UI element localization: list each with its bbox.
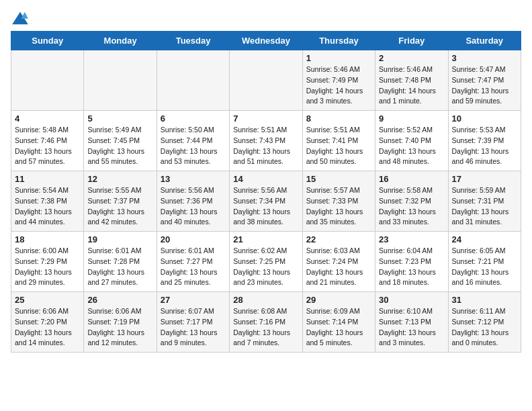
day-cell: 22Sunrise: 6:03 AM Sunset: 7:24 PM Dayli… xyxy=(302,232,375,292)
week-row-2: 4Sunrise: 5:48 AM Sunset: 7:46 PM Daylig… xyxy=(11,111,521,171)
day-cell: 9Sunrise: 5:52 AM Sunset: 7:40 PM Daylig… xyxy=(375,111,448,171)
week-row-1: 1Sunrise: 5:46 AM Sunset: 7:49 PM Daylig… xyxy=(11,50,521,111)
day-info: Sunrise: 6:01 AM Sunset: 7:28 PM Dayligh… xyxy=(87,246,152,288)
day-info: Sunrise: 5:55 AM Sunset: 7:37 PM Dayligh… xyxy=(87,185,152,228)
day-header-wednesday: Wednesday xyxy=(230,32,302,50)
day-info: Sunrise: 5:49 AM Sunset: 7:45 PM Dayligh… xyxy=(87,125,152,167)
day-cell: 18Sunrise: 6:00 AM Sunset: 7:29 PM Dayli… xyxy=(11,232,84,292)
day-number: 13 xyxy=(161,174,226,184)
day-cell: 21Sunrise: 6:02 AM Sunset: 7:25 PM Dayli… xyxy=(230,232,302,292)
day-number: 26 xyxy=(87,295,152,305)
day-number: 19 xyxy=(87,234,152,244)
day-cell: 4Sunrise: 5:48 AM Sunset: 7:46 PM Daylig… xyxy=(11,111,84,171)
day-cell: 13Sunrise: 5:56 AM Sunset: 7:36 PM Dayli… xyxy=(157,171,229,232)
day-cell: 14Sunrise: 5:56 AM Sunset: 7:34 PM Dayli… xyxy=(230,171,302,232)
day-cell: 19Sunrise: 6:01 AM Sunset: 7:28 PM Dayli… xyxy=(84,232,157,292)
day-cell: 8Sunrise: 5:51 AM Sunset: 7:41 PM Daylig… xyxy=(302,111,375,171)
day-cell: 31Sunrise: 6:11 AM Sunset: 7:12 PM Dayli… xyxy=(448,292,521,353)
day-info: Sunrise: 5:47 AM Sunset: 7:47 PM Dayligh… xyxy=(452,64,517,107)
day-info: Sunrise: 5:50 AM Sunset: 7:44 PM Dayligh… xyxy=(161,125,226,167)
day-cell: 23Sunrise: 6:04 AM Sunset: 7:23 PM Dayli… xyxy=(375,232,448,292)
day-info: Sunrise: 5:46 AM Sunset: 7:49 PM Dayligh… xyxy=(306,64,371,107)
day-number: 4 xyxy=(15,113,80,124)
day-header-friday: Friday xyxy=(375,32,448,50)
day-cell: 12Sunrise: 5:55 AM Sunset: 7:37 PM Dayli… xyxy=(84,171,157,232)
day-info: Sunrise: 5:56 AM Sunset: 7:36 PM Dayligh… xyxy=(161,185,226,228)
day-number: 11 xyxy=(15,174,80,184)
day-cell: 6Sunrise: 5:50 AM Sunset: 7:44 PM Daylig… xyxy=(157,111,229,171)
day-header-saturday: Saturday xyxy=(448,32,521,50)
day-info: Sunrise: 5:48 AM Sunset: 7:46 PM Dayligh… xyxy=(15,125,80,167)
day-info: Sunrise: 5:53 AM Sunset: 7:39 PM Dayligh… xyxy=(452,125,517,167)
day-cell: 24Sunrise: 6:05 AM Sunset: 7:21 PM Dayli… xyxy=(448,232,521,292)
header xyxy=(11,11,521,26)
day-number: 23 xyxy=(379,234,444,244)
day-cell xyxy=(11,50,84,111)
day-number: 29 xyxy=(306,295,371,305)
calendar-table: SundayMondayTuesdayWednesdayThursdayFrid… xyxy=(11,31,521,353)
day-info: Sunrise: 5:52 AM Sunset: 7:40 PM Dayligh… xyxy=(379,125,444,167)
day-number: 27 xyxy=(161,295,226,305)
day-cell: 16Sunrise: 5:58 AM Sunset: 7:32 PM Dayli… xyxy=(375,171,448,232)
day-info: Sunrise: 6:08 AM Sunset: 7:16 PM Dayligh… xyxy=(233,306,298,349)
day-number: 12 xyxy=(87,174,152,184)
day-cell: 28Sunrise: 6:08 AM Sunset: 7:16 PM Dayli… xyxy=(230,292,302,353)
day-number: 5 xyxy=(87,113,152,124)
day-number: 22 xyxy=(306,234,371,244)
day-cell: 26Sunrise: 6:06 AM Sunset: 7:19 PM Dayli… xyxy=(84,292,157,353)
day-number: 7 xyxy=(233,113,298,124)
day-number: 9 xyxy=(379,113,444,124)
day-cell: 11Sunrise: 5:54 AM Sunset: 7:38 PM Dayli… xyxy=(11,171,84,232)
day-number: 20 xyxy=(161,234,226,244)
day-info: Sunrise: 5:51 AM Sunset: 7:41 PM Dayligh… xyxy=(306,125,371,167)
day-cell: 1Sunrise: 5:46 AM Sunset: 7:49 PM Daylig… xyxy=(302,50,375,111)
day-cell: 20Sunrise: 6:01 AM Sunset: 7:27 PM Dayli… xyxy=(157,232,229,292)
day-cell: 30Sunrise: 6:10 AM Sunset: 7:13 PM Dayli… xyxy=(375,292,448,353)
day-cell: 7Sunrise: 5:51 AM Sunset: 7:43 PM Daylig… xyxy=(230,111,302,171)
day-cell xyxy=(157,50,229,111)
day-info: Sunrise: 6:03 AM Sunset: 7:24 PM Dayligh… xyxy=(306,246,371,288)
day-info: Sunrise: 6:05 AM Sunset: 7:21 PM Dayligh… xyxy=(452,246,517,288)
day-info: Sunrise: 6:04 AM Sunset: 7:23 PM Dayligh… xyxy=(379,246,444,288)
day-number: 14 xyxy=(233,174,298,184)
day-header-tuesday: Tuesday xyxy=(157,32,229,50)
day-info: Sunrise: 6:06 AM Sunset: 7:20 PM Dayligh… xyxy=(15,306,80,349)
day-number: 10 xyxy=(452,113,517,124)
day-info: Sunrise: 6:00 AM Sunset: 7:29 PM Dayligh… xyxy=(15,246,80,288)
day-number: 2 xyxy=(379,53,444,63)
day-cell: 10Sunrise: 5:53 AM Sunset: 7:39 PM Dayli… xyxy=(448,111,521,171)
day-info: Sunrise: 6:06 AM Sunset: 7:19 PM Dayligh… xyxy=(87,306,152,349)
day-info: Sunrise: 5:57 AM Sunset: 7:33 PM Dayligh… xyxy=(306,185,371,228)
day-number: 30 xyxy=(379,295,444,305)
day-info: Sunrise: 5:59 AM Sunset: 7:31 PM Dayligh… xyxy=(452,185,517,228)
day-header-thursday: Thursday xyxy=(302,32,375,50)
day-header-monday: Monday xyxy=(84,32,157,50)
day-cell: 3Sunrise: 5:47 AM Sunset: 7:47 PM Daylig… xyxy=(448,50,521,111)
days-header-row: SundayMondayTuesdayWednesdayThursdayFrid… xyxy=(11,32,521,50)
day-number: 16 xyxy=(379,174,444,184)
day-info: Sunrise: 6:11 AM Sunset: 7:12 PM Dayligh… xyxy=(452,306,517,349)
week-row-3: 11Sunrise: 5:54 AM Sunset: 7:38 PM Dayli… xyxy=(11,171,521,232)
day-info: Sunrise: 5:54 AM Sunset: 7:38 PM Dayligh… xyxy=(15,185,80,228)
day-info: Sunrise: 5:46 AM Sunset: 7:48 PM Dayligh… xyxy=(379,64,444,107)
week-row-4: 18Sunrise: 6:00 AM Sunset: 7:29 PM Dayli… xyxy=(11,232,521,292)
day-cell xyxy=(230,50,302,111)
day-number: 1 xyxy=(306,53,371,63)
day-cell: 27Sunrise: 6:07 AM Sunset: 7:17 PM Dayli… xyxy=(157,292,229,353)
day-number: 24 xyxy=(452,234,517,244)
day-info: Sunrise: 6:02 AM Sunset: 7:25 PM Dayligh… xyxy=(233,246,298,288)
day-number: 17 xyxy=(452,174,517,184)
day-number: 21 xyxy=(233,234,298,244)
day-info: Sunrise: 6:09 AM Sunset: 7:14 PM Dayligh… xyxy=(306,306,371,349)
logo xyxy=(11,11,32,26)
day-cell: 2Sunrise: 5:46 AM Sunset: 7:48 PM Daylig… xyxy=(375,50,448,111)
day-header-sunday: Sunday xyxy=(11,32,84,50)
week-row-5: 25Sunrise: 6:06 AM Sunset: 7:20 PM Dayli… xyxy=(11,292,521,353)
day-cell xyxy=(84,50,157,111)
day-number: 28 xyxy=(233,295,298,305)
day-number: 25 xyxy=(15,295,80,305)
day-cell: 17Sunrise: 5:59 AM Sunset: 7:31 PM Dayli… xyxy=(448,171,521,232)
day-cell: 5Sunrise: 5:49 AM Sunset: 7:45 PM Daylig… xyxy=(84,111,157,171)
day-info: Sunrise: 6:10 AM Sunset: 7:13 PM Dayligh… xyxy=(379,306,444,349)
day-cell: 29Sunrise: 6:09 AM Sunset: 7:14 PM Dayli… xyxy=(302,292,375,353)
